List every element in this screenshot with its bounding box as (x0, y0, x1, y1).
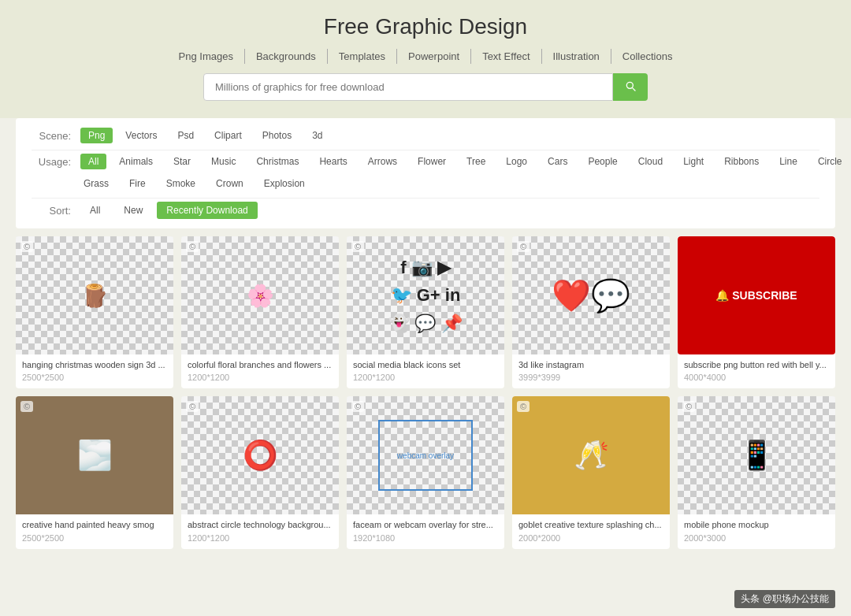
item-size-5: 2500*2500 (22, 533, 167, 543)
image-wrapper-8: © 🥂 (512, 396, 670, 514)
grid-item-0[interactable]: © 🪵 hanging christmas wooden sign 3d ...… (16, 236, 173, 388)
image-placeholder-4: 🔔 SUBSCRIBE (678, 236, 835, 354)
image-wrapper-2: © f 📷 ▶ 🐦 G+ in 👻 💬 📌 (347, 236, 504, 354)
item-title-8: goblet creative texture splashing ch... (518, 519, 663, 530)
image-wrapper-7: © webcam overlay (347, 396, 504, 514)
filters-panel: Scene: Png Vectors Psd Clipart Photos 3d… (16, 118, 835, 228)
item-size-2: 1200*1200 (353, 373, 498, 382)
usage-crown[interactable]: Crown (208, 176, 251, 191)
item-size-0: 2500*2500 (22, 373, 167, 382)
page-title: Free Graphic Design (0, 14, 851, 39)
usage-arrows[interactable]: Arrows (360, 154, 405, 169)
grid-item-5[interactable]: © 🌫️ creative hand painted heavy smog 25… (16, 396, 173, 548)
image-placeholder-2: f 📷 ▶ 🐦 G+ in 👻 💬 📌 (347, 236, 504, 354)
nav-backgrounds[interactable]: Backgrounds (245, 49, 328, 64)
usage-explosion[interactable]: Explosion (256, 176, 313, 191)
item-title-0: hanging christmas wooden sign 3d ... (22, 359, 167, 370)
sort-row: Sort: All New Recently Download (32, 202, 819, 219)
image-grid: © 🪵 hanging christmas wooden sign 3d ...… (16, 236, 835, 549)
image-wrapper-4: © 🔔 SUBSCRIBE (678, 236, 835, 354)
grid-item-8[interactable]: © 🥂 goblet creative texture splashing ch… (512, 396, 670, 548)
scene-row: Scene: Png Vectors Psd Clipart Photos 3d (32, 128, 819, 143)
main-nav: Png Images Backgrounds Templates Powerpo… (0, 49, 851, 64)
image-placeholder-9: 📱 (678, 396, 835, 514)
image-wrapper-1: © 🌸 (181, 236, 339, 354)
item-title-2: social media black icons set (353, 359, 498, 370)
usage-fire[interactable]: Fire (121, 176, 154, 191)
item-size-9: 2000*3000 (684, 533, 829, 543)
sort-new[interactable]: New (114, 202, 152, 219)
item-title-3: 3d like instagram (518, 359, 663, 370)
scene-3d[interactable]: 3d (304, 128, 330, 143)
item-title-5: creative hand painted heavy smog (22, 519, 167, 530)
sort-all[interactable]: All (80, 202, 110, 219)
usage-ribbons[interactable]: Ribbons (716, 154, 767, 169)
image-wrapper-5: © 🌫️ (16, 396, 173, 514)
item-size-8: 2000*2000 (518, 533, 663, 543)
usage-grass[interactable]: Grass (76, 176, 117, 191)
nav-collections[interactable]: Collections (611, 49, 684, 64)
usage-cloud[interactable]: Cloud (630, 154, 671, 169)
image-placeholder-5: 🌫️ (16, 396, 173, 514)
usage-flower[interactable]: Flower (410, 154, 454, 169)
search-input[interactable] (203, 73, 613, 101)
item-title-7: faceam or webcam overlay for stre... (353, 519, 498, 530)
nav-illustration[interactable]: Illustration (542, 49, 611, 64)
usage-line[interactable]: Line (771, 154, 805, 169)
usage-music[interactable]: Music (203, 154, 243, 169)
usage-all[interactable]: All (80, 154, 106, 169)
nav-text-effect[interactable]: Text Effect (471, 49, 541, 64)
usage-light[interactable]: Light (675, 154, 712, 169)
item-title-1: colorful floral branches and flowers ... (188, 359, 333, 370)
grid-item-9[interactable]: © 📱 mobile phone mockup 2000*3000 (678, 396, 835, 548)
nav-png-images[interactable]: Png Images (168, 49, 245, 64)
header: Free Graphic Design Png Images Backgroun… (0, 0, 851, 118)
image-wrapper-6: © ⭕ (181, 396, 339, 514)
image-wrapper-9: © 📱 (678, 396, 835, 514)
scene-vectors[interactable]: Vectors (117, 128, 165, 143)
usage-christmas[interactable]: Christmas (248, 154, 307, 169)
usage-hearts[interactable]: Hearts (311, 154, 355, 169)
grid-item-7[interactable]: © webcam overlay faceam or webcam overla… (347, 396, 504, 548)
divider-2 (32, 198, 819, 199)
grid-item-2[interactable]: © f 📷 ▶ 🐦 G+ in 👻 💬 📌 social media black… (347, 236, 504, 388)
usage-logo[interactable]: Logo (498, 154, 535, 169)
image-wrapper-0: © 🪵 (16, 236, 173, 354)
grid-item-6[interactable]: © ⭕ abstract circle technology backgrou.… (181, 396, 339, 548)
item-size-3: 3999*3999 (518, 373, 663, 382)
search-icon (624, 80, 637, 92)
scene-label: Scene: (32, 130, 71, 142)
usage-circle[interactable]: Circle (810, 154, 850, 169)
image-wrapper-3: © ❤️💬 (512, 236, 670, 354)
grid-item-1[interactable]: © 🌸 colorful floral branches and flowers… (181, 236, 339, 388)
sort-recently-download[interactable]: Recently Download (157, 202, 257, 219)
usage-smoke[interactable]: Smoke (158, 176, 203, 191)
image-placeholder-8: 🥂 (512, 396, 670, 514)
scene-clipart[interactable]: Clipart (206, 128, 250, 143)
nav-templates[interactable]: Templates (328, 49, 397, 64)
grid-item-4[interactable]: © 🔔 SUBSCRIBE subscribe png button red w… (678, 236, 835, 388)
image-placeholder-0: 🪵 (16, 236, 173, 354)
item-title-4: subscribe png button red with bell y... (684, 359, 829, 370)
scene-psd[interactable]: Psd (169, 128, 202, 143)
item-size-6: 1200*1200 (188, 533, 333, 543)
item-title-6: abstract circle technology backgrou... (188, 519, 333, 530)
usage-animals[interactable]: Animals (111, 154, 161, 169)
usage-people[interactable]: People (580, 154, 625, 169)
usage-row-1: Usage: All Animals Star Music Christmas … (32, 154, 819, 169)
image-placeholder-1: 🌸 (181, 236, 339, 354)
item-size-7: 1920*1080 (353, 533, 498, 543)
image-placeholder-3: ❤️💬 (512, 236, 670, 354)
grid-item-3[interactable]: © ❤️💬 3d like instagram 3999*3999 (512, 236, 670, 388)
item-size-4: 4000*4000 (684, 373, 829, 382)
usage-cars[interactable]: Cars (540, 154, 575, 169)
nav-powerpoint[interactable]: Powerpoint (397, 49, 471, 64)
usage-star[interactable]: Star (165, 154, 199, 169)
item-title-9: mobile phone mockup (684, 519, 829, 530)
scene-photos[interactable]: Photos (255, 128, 299, 143)
scene-png[interactable]: Png (80, 128, 113, 143)
search-button[interactable] (613, 73, 648, 101)
image-placeholder-6: ⭕ (181, 396, 339, 514)
sort-label: Sort: (32, 205, 71, 217)
usage-tree[interactable]: Tree (459, 154, 493, 169)
